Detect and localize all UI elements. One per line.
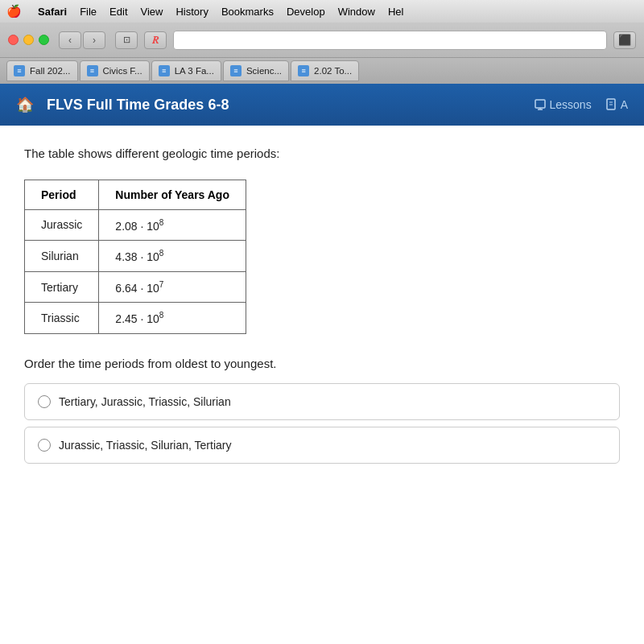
col-period-header: Period — [25, 180, 99, 209]
tab-la3fa[interactable]: LA 3 Fa... — [151, 60, 221, 81]
lessons-icon — [534, 98, 547, 111]
table-row: Triassic 2.45 · 108 — [25, 303, 246, 334]
forward-button[interactable]: › — [83, 31, 105, 49]
svg-rect-0 — [535, 100, 545, 108]
maximize-button[interactable] — [39, 35, 49, 45]
tab-label-scienc: Scienc... — [246, 66, 282, 76]
years-triassic: 2.45 · 108 — [99, 303, 246, 334]
assignments-label: A — [621, 98, 628, 111]
menu-item-window[interactable]: Window — [338, 6, 375, 18]
back-button[interactable]: ‹ — [59, 31, 81, 49]
sidebar-toggle-button[interactable]: ⊡ — [115, 31, 138, 49]
tab-civicsf[interactable]: Civics F... — [80, 60, 150, 81]
mac-background: 🍎 Safari File Edit View History Bookmark… — [0, 0, 644, 644]
traffic-lights — [8, 35, 49, 45]
answer-label-2: Jurassic, Triassic, Silurian, Tertiary — [59, 439, 231, 452]
tab-icon-202to — [298, 65, 309, 76]
tab-label-la3fa: LA 3 Fa... — [175, 66, 214, 76]
share-button[interactable]: ⬛ — [613, 31, 636, 49]
flvs-title: FLVS Full Time Grades 6-8 — [47, 97, 521, 114]
tabs-bar: Fall 202... Civics F... LA 3 Fa... Scien… — [0, 58, 644, 84]
reader-icon-label: 𝑅 — [152, 34, 159, 47]
col-years-header: Number of Years Ago — [99, 180, 246, 209]
menu-item-help[interactable]: Hel — [388, 6, 404, 18]
table-header-row: Period Number of Years Ago — [25, 180, 246, 209]
order-question: Order the time periods from oldest to yo… — [24, 357, 620, 370]
tab-icon-fall202 — [14, 65, 25, 76]
tab-icon-scienc — [230, 65, 242, 76]
radio-button-1[interactable] — [38, 395, 51, 408]
answer-option-1[interactable]: Tertiary, Jurassic, Triassic, Silurian — [24, 383, 620, 420]
reader-mode-button[interactable]: 𝑅 — [144, 31, 167, 49]
share-icon-label: ⬛ — [618, 34, 631, 46]
menu-item-develop[interactable]: Develop — [287, 6, 325, 18]
address-bar[interactable] — [173, 31, 607, 50]
sidebar-icon: ⊡ — [123, 35, 130, 45]
menu-item-safari[interactable]: Safari — [38, 6, 67, 18]
toolbar: ‹ › ⊡ 𝑅 ⬛ — [0, 23, 644, 58]
flvs-header: 🏠 FLVS Full Time Grades 6-8 Lessons A — [0, 84, 644, 126]
years-jurassic: 2.08 · 108 — [99, 209, 246, 241]
tab-label-civicsf: Civics F... — [103, 66, 142, 76]
radio-button-2[interactable] — [38, 439, 51, 452]
menu-item-bookmarks[interactable]: Bookmarks — [221, 6, 274, 18]
tab-label-202to: 2.02 To... — [314, 66, 352, 76]
answer-option-2[interactable]: Jurassic, Triassic, Silurian, Tertiary — [24, 427, 620, 464]
menu-item-history[interactable]: History — [175, 6, 208, 18]
home-icon: 🏠 — [16, 96, 34, 114]
answer-label-1: Tertiary, Jurassic, Triassic, Silurian — [59, 395, 231, 408]
period-silurian: Silurian — [25, 241, 99, 272]
assignments-nav-item[interactable]: A — [605, 98, 628, 111]
lessons-label: Lessons — [550, 98, 592, 111]
menu-item-file[interactable]: File — [80, 6, 97, 18]
tab-icon-civicsf — [87, 65, 98, 76]
table-row: Tertiary 6.64 · 107 — [25, 271, 246, 303]
tab-scienc[interactable]: Scienc... — [223, 60, 289, 81]
period-triassic: Triassic — [25, 303, 99, 334]
table-row: Jurassic 2.08 · 108 — [25, 209, 246, 241]
table-row: Silurian 4.38 · 108 — [25, 241, 246, 272]
years-silurian: 4.38 · 108 — [99, 241, 246, 272]
menu-item-edit[interactable]: Edit — [109, 6, 127, 18]
content-area: The table shows different geologic time … — [0, 126, 644, 644]
tab-icon-la3fa — [159, 65, 170, 76]
years-tertiary: 6.64 · 107 — [99, 271, 246, 303]
tab-202to[interactable]: 2.02 To... — [291, 60, 359, 81]
menu-bar: 🍎 Safari File Edit View History Bookmark… — [0, 0, 644, 23]
period-jurassic: Jurassic — [25, 209, 99, 241]
forward-icon: › — [93, 35, 96, 46]
menu-item-view[interactable]: View — [141, 6, 163, 18]
nav-buttons: ‹ › — [59, 31, 105, 49]
tab-label-fall202: Fall 202... — [30, 66, 71, 76]
lessons-nav-item[interactable]: Lessons — [534, 98, 592, 111]
close-button[interactable] — [8, 35, 19, 45]
geologic-table: Period Number of Years Ago Jurassic 2.08… — [24, 180, 246, 335]
intro-text: The table shows different geologic time … — [24, 145, 620, 163]
minimize-button[interactable] — [23, 35, 34, 45]
back-icon: ‹ — [68, 35, 72, 46]
period-tertiary: Tertiary — [25, 271, 99, 303]
tab-fall202[interactable]: Fall 202... — [6, 60, 78, 81]
assignments-icon — [605, 98, 617, 111]
apple-logo-icon[interactable]: 🍎 — [6, 4, 22, 19]
